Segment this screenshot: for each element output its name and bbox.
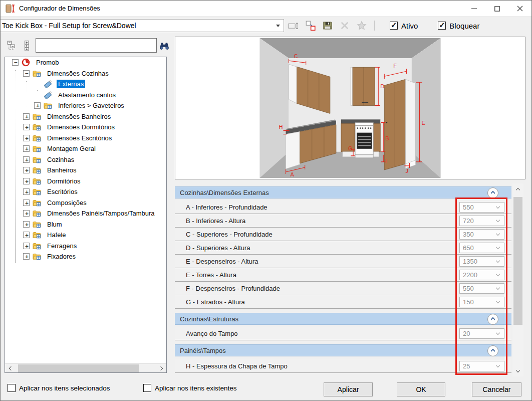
cancel-button[interactable]: Cancelar: [472, 382, 521, 396]
tree-expander-plus[interactable]: [34, 102, 41, 109]
bloquear-checkbox[interactable]: [438, 22, 446, 30]
chevron-down-icon: [496, 363, 500, 367]
toolbar: Ativo Bloquear: [1, 17, 531, 35]
tree-item-label: Fixadores: [46, 252, 77, 261]
tree-item-promob[interactable]: Promob: [5, 57, 166, 68]
properties-vertical-scrollbar[interactable]: [512, 183, 523, 376]
collapse-section-button[interactable]: [487, 187, 498, 198]
scroll-left-arrow[interactable]: [5, 364, 15, 373]
maximize-button[interactable]: [485, 1, 508, 17]
tree-expander-plus[interactable]: [23, 145, 30, 152]
tree-expander-minus[interactable]: [12, 59, 19, 66]
footer-bar: Aplicar nos itens selecionados Aplicar n…: [1, 377, 531, 401]
tree-expander-plus[interactable]: [23, 124, 30, 130]
value-dropdown[interactable]: 350: [459, 229, 504, 240]
tree-item-escritorios[interactable]: Escritórios: [5, 186, 166, 197]
tree-item-dimensoes-cozinhas[interactable]: Dimensões Cozinhas: [5, 68, 166, 79]
tree-expander-plus[interactable]: [23, 199, 30, 206]
apply-existing-checkbox-group[interactable]: Aplicar nos itens existentes: [143, 384, 237, 392]
apply-selected-checkbox[interactable]: [8, 384, 16, 392]
tree-expander-plus[interactable]: [23, 221, 30, 228]
duplicate-preset-button[interactable]: [304, 20, 317, 32]
tree-item-ferragens[interactable]: Ferragens: [5, 241, 166, 252]
tree-expander-plus[interactable]: [23, 135, 30, 141]
scrollbar-thumb[interactable]: [18, 364, 139, 372]
save-preset-button[interactable]: [321, 20, 334, 32]
search-button[interactable]: [158, 39, 171, 52]
tree-item-fixadores[interactable]: Fixadores: [5, 251, 166, 262]
collapse-tree-icon: [7, 41, 17, 51]
scroll-up-arrow[interactable]: [512, 183, 523, 194]
value-dropdown[interactable]: 2200: [459, 270, 504, 280]
ok-button[interactable]: OK: [397, 382, 445, 396]
value-text: 1350: [460, 258, 496, 265]
value-dropdown[interactable]: 150: [459, 297, 504, 307]
tree-item-cozinhas[interactable]: Cozinhas: [5, 154, 166, 165]
tree-item-dimensoes-banheiros[interactable]: Dimensões Banheiros: [5, 111, 166, 122]
close-button[interactable]: [508, 1, 531, 17]
tree-expander-plus[interactable]: [23, 178, 30, 184]
scroll-down-arrow[interactable]: [512, 365, 523, 376]
tree-item-hafele[interactable]: Hafele: [5, 230, 166, 241]
chevron-down-icon: [496, 218, 500, 222]
ativo-checkbox-group[interactable]: Ativo: [390, 22, 418, 30]
folder-icon: [33, 155, 43, 164]
tree-item-dimensoes-dormitorios[interactable]: Dimensões Dormitórios: [5, 122, 166, 133]
preset-combobox-input[interactable]: [0, 22, 276, 30]
property-row: A - Inferiores - Profundidade 550: [175, 200, 511, 214]
tree-expander-plus[interactable]: [23, 232, 30, 238]
value-dropdown[interactable]: 650: [459, 243, 504, 253]
tree-horizontal-scrollbar[interactable]: [5, 363, 166, 372]
tree-expander-plus[interactable]: [23, 156, 30, 163]
tree-item-externas[interactable]: Externas: [5, 79, 166, 90]
tree-expander-plus[interactable]: [23, 113, 30, 120]
bloquear-checkbox-group[interactable]: Bloquear: [438, 22, 479, 30]
property-row: E - Despenseiros - Altura 1350: [175, 255, 511, 268]
folder-icon: [33, 123, 43, 131]
tree-item-afastamento-cantos[interactable]: Afastamento cantos: [5, 90, 166, 101]
value-text: 650: [460, 244, 496, 252]
rename-preset-button[interactable]: [287, 20, 300, 32]
tree-item-banheiros[interactable]: Banheiros: [5, 165, 166, 176]
collapse-section-button[interactable]: [487, 314, 498, 325]
collapse-all-button[interactable]: [6, 39, 19, 52]
ativo-checkbox[interactable]: [390, 22, 398, 30]
apply-selected-checkbox-group[interactable]: Aplicar nos itens selecionados: [8, 384, 110, 392]
collapse-section-button[interactable]: [487, 345, 498, 356]
kitchen-preview-image: A B C D E F G H I J: [259, 38, 441, 178]
folder-icon: [44, 101, 54, 110]
value-dropdown[interactable]: 550: [459, 283, 504, 294]
favorite-preset-button[interactable]: [355, 20, 368, 32]
scroll-right-arrow[interactable]: [156, 364, 166, 373]
tree-expander-plus[interactable]: [23, 253, 30, 260]
apply-existing-checkbox[interactable]: [143, 384, 151, 392]
minimize-button[interactable]: [462, 1, 485, 17]
tree-expander-plus[interactable]: [23, 243, 30, 249]
tree-item-montagem-geral[interactable]: Montagem Geral: [5, 143, 166, 154]
combo-dropdown-arrow-icon[interactable]: [276, 25, 280, 27]
value-dropdown[interactable]: 20: [459, 328, 504, 339]
tree-expander-plus[interactable]: [23, 210, 30, 217]
tree-expander-plus[interactable]: [23, 167, 30, 173]
tree-item-dormitorios[interactable]: Dormitórios: [5, 176, 166, 187]
search-input[interactable]: [36, 38, 157, 53]
expand-all-button[interactable]: [21, 39, 34, 52]
tree-expander-plus[interactable]: [23, 188, 30, 195]
tree-item-composicoes[interactable]: Composições: [5, 197, 166, 209]
tree-item-inferiores-gaveteiros[interactable]: Inferiores > Gaveteiros: [5, 100, 166, 111]
copy-icon: [306, 21, 316, 31]
value-dropdown[interactable]: 25: [459, 361, 504, 371]
apply-button[interactable]: Aplicar: [324, 382, 373, 396]
tree-item-blum[interactable]: Blum: [5, 219, 166, 230]
value-dropdown[interactable]: 550: [459, 202, 504, 213]
value-dropdown[interactable]: 1350: [459, 256, 504, 267]
tree-item-dimensoes-paineis[interactable]: Dimensões Painéis/Tampos/Tambura: [5, 208, 166, 219]
scrollbar-thumb[interactable]: [513, 197, 522, 325]
tree-item-dimensoes-escritorios[interactable]: Dimensões Escritórios: [5, 133, 166, 144]
preset-combobox[interactable]: [0, 19, 284, 32]
dim-letter-b: B: [385, 135, 389, 141]
category-tree[interactable]: Promob Dimensões Cozinhas Externas Afast…: [5, 57, 167, 373]
tree-expander-minus[interactable]: [23, 70, 30, 77]
value-dropdown[interactable]: 720: [459, 216, 504, 226]
delete-preset-button[interactable]: [338, 20, 351, 32]
